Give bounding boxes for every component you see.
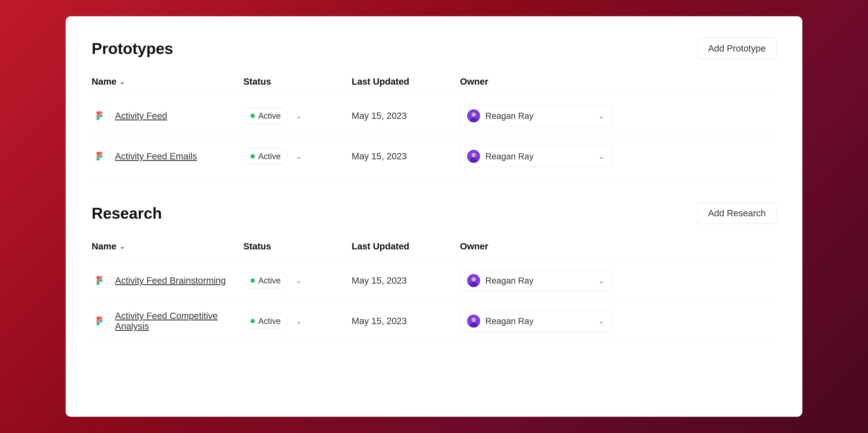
research-status-dot-2 <box>250 319 255 323</box>
prototypes-title: Prototypes <box>92 40 173 57</box>
research-status-col-header: Status <box>243 241 352 252</box>
table-row: Activity Feed Emails Active ⌄ May 15, 20… <box>92 136 776 177</box>
prototype-owner-info-2: Reagan Ray <box>467 150 533 163</box>
name-sort-icon[interactable]: ⌄ <box>119 78 125 86</box>
research-status-chevron-1[interactable]: ⌄ <box>296 276 302 285</box>
table-row: Activity Feed Competitive Analysis Activ… <box>92 301 776 341</box>
prototypes-header: Prototypes Add Prototype <box>92 38 776 59</box>
research-owner-name-1: Reagan Ray <box>485 276 533 286</box>
prototype-status-cell-1: Active ⌄ <box>243 108 352 124</box>
prototype-owner-cell-2[interactable]: Reagan Ray ⌄ <box>460 146 612 167</box>
prototype-date-2: May 15, 2023 <box>352 151 460 162</box>
research-name-cell-1: Activity Feed Brainstorming <box>92 273 243 288</box>
prototypes-name-col-header: Name ⌄ <box>92 76 243 87</box>
research-status-cell-1: Active ⌄ <box>243 273 352 289</box>
research-date-1: May 15, 2023 <box>352 275 460 286</box>
avatar-1 <box>467 109 480 122</box>
prototype-owner-info-1: Reagan Ray <box>467 109 533 122</box>
prototype-status-text-1: Active <box>258 111 281 121</box>
research-name-1[interactable]: Activity Feed Brainstorming <box>115 275 226 286</box>
research-date-2: May 15, 2023 <box>352 316 460 326</box>
research-status-text-1: Active <box>258 276 281 285</box>
status-chevron-1[interactable]: ⌄ <box>296 111 302 121</box>
prototype-owner-cell-1[interactable]: Reagan Ray ⌄ <box>460 105 612 127</box>
avatar-4 <box>467 314 480 328</box>
research-updated-col-header: Last Updated <box>352 241 460 252</box>
research-owner-cell-2[interactable]: Reagan Ray ⌄ <box>460 310 612 332</box>
prototype-status-cell-2: Active ⌄ <box>243 148 352 164</box>
research-owner-name-2: Reagan Ray <box>485 316 533 326</box>
owner-chevron-2: ⌄ <box>598 152 604 161</box>
avatar-3 <box>467 274 480 287</box>
prototypes-owner-col-header: Owner <box>460 76 776 87</box>
prototype-name-cell-2: Activity Feed Emails <box>92 148 243 164</box>
research-status-dot-1 <box>250 278 255 283</box>
main-card: Prototypes Add Prototype Name ⌄ Status L… <box>66 16 802 417</box>
svg-point-4 <box>471 153 476 157</box>
research-status-text-2: Active <box>258 317 281 326</box>
prototype-status-badge-2: Active <box>243 148 288 164</box>
prototype-name-1[interactable]: Activity Feed <box>115 111 167 121</box>
prototype-owner-name-1: Reagan Ray <box>485 111 533 121</box>
research-table-header: Name ⌄ Status Last Updated Owner <box>92 237 776 258</box>
status-dot-2 <box>250 154 255 159</box>
research-name-cell-2: Activity Feed Competitive Analysis <box>92 311 243 331</box>
research-name-sort-icon[interactable]: ⌄ <box>119 243 125 250</box>
avatar-2 <box>467 150 480 163</box>
prototype-status-text-2: Active <box>258 152 281 161</box>
prototype-date-1: May 15, 2023 <box>352 111 460 121</box>
figma-icon-1 <box>92 108 107 124</box>
research-name-col-header: Name ⌄ <box>92 241 243 252</box>
table-row: Activity Feed Brainstorming Active ⌄ May… <box>92 261 776 301</box>
research-owner-info-1: Reagan Ray <box>467 274 533 287</box>
research-title: Research <box>92 204 162 222</box>
add-research-button[interactable]: Add Research <box>698 203 776 224</box>
prototypes-table-header: Name ⌄ Status Last Updated Owner <box>92 72 776 94</box>
svg-point-10 <box>471 318 476 322</box>
add-prototype-button[interactable]: Add Prototype <box>698 38 776 59</box>
prototypes-section: Prototypes Add Prototype Name ⌄ Status L… <box>92 38 776 177</box>
research-owner-info-2: Reagan Ray <box>467 314 533 328</box>
research-owner-chevron-2: ⌄ <box>598 317 604 326</box>
status-chevron-2[interactable]: ⌄ <box>296 152 302 161</box>
figma-icon-4 <box>92 313 107 329</box>
research-section: Research Add Research Name ⌄ Status Last… <box>92 203 776 341</box>
prototype-owner-name-2: Reagan Ray <box>485 152 533 161</box>
svg-point-7 <box>471 277 476 281</box>
research-name-2[interactable]: Activity Feed Competitive Analysis <box>115 311 243 331</box>
research-owner-col-header: Owner <box>460 241 776 252</box>
research-header: Research Add Research <box>92 203 776 224</box>
svg-point-1 <box>471 112 476 117</box>
research-status-cell-2: Active ⌄ <box>243 313 352 329</box>
research-status-badge-1: Active <box>243 273 288 289</box>
figma-icon-3 <box>92 273 107 288</box>
table-row: Activity Feed Active ⌄ May 15, 2023 <box>92 96 776 136</box>
owner-chevron-1: ⌄ <box>598 111 604 121</box>
status-dot-1 <box>250 114 255 118</box>
research-status-badge-2: Active <box>243 313 288 329</box>
prototype-status-badge-1: Active <box>243 108 288 124</box>
research-owner-cell-1[interactable]: Reagan Ray ⌄ <box>460 270 612 291</box>
research-owner-chevron-1: ⌄ <box>598 276 604 285</box>
prototypes-updated-col-header: Last Updated <box>352 76 460 87</box>
prototype-name-2[interactable]: Activity Feed Emails <box>115 151 197 162</box>
figma-icon-2 <box>92 148 107 164</box>
research-status-chevron-2[interactable]: ⌄ <box>296 317 302 326</box>
prototypes-status-col-header: Status <box>243 76 352 87</box>
prototype-name-cell-1: Activity Feed <box>92 108 243 124</box>
